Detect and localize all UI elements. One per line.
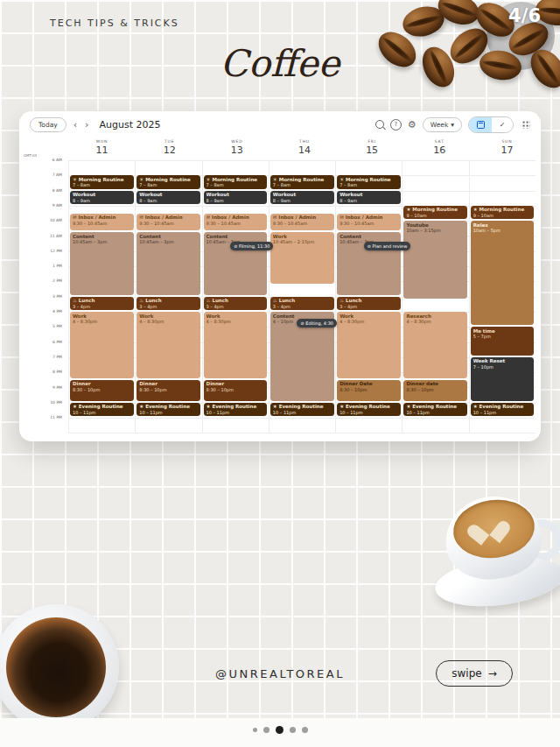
- calendar-event[interactable]: ✉ Inbox / Admin9:30 – 10:45am: [136, 214, 200, 231]
- week-grid: ☀ Morning Routine7 – 8amWorkout8 – 9am✉ …: [68, 160, 536, 433]
- event-title: ♨ Lunch: [273, 298, 332, 304]
- calendar-event[interactable]: ✉ Inbox / Admin9:30 – 10:45am: [204, 214, 268, 231]
- calendar-event[interactable]: ★ Evening Routine10 – 11pm: [70, 403, 134, 416]
- apps-grid-icon[interactable]: [522, 120, 530, 129]
- task-chip[interactable]: ⊘ Filming, 11:30: [230, 242, 273, 250]
- day-column[interactable]: ☀ Morning Routine7 – 8amWorkout8 – 9am✉ …: [202, 160, 269, 433]
- calendar-event[interactable]: ★ Evening Routine10 – 11pm: [204, 403, 268, 416]
- calendar-event[interactable]: Workout8 – 9am: [136, 191, 200, 204]
- calendar-event[interactable]: Work4 – 8:30pm: [337, 312, 401, 378]
- event-time: 9:30 – 10:45am: [340, 221, 398, 226]
- calendar-event[interactable]: Relax10am – 5pm: [471, 221, 535, 325]
- view-selector[interactable]: Week ▾: [423, 117, 462, 132]
- calendar-event[interactable]: ♨ Lunch3 – 4pm: [270, 297, 334, 310]
- day-column[interactable]: ☀ Morning Routine7 – 8amWorkout8 – 9am✉ …: [269, 160, 335, 433]
- carousel-dot[interactable]: [276, 726, 284, 734]
- event-title: ✉ Inbox / Admin: [139, 215, 198, 221]
- calendar-event[interactable]: Work4 – 8:30pm: [136, 312, 200, 378]
- calendar-event[interactable]: Dinner8:30 – 10pm: [204, 380, 268, 401]
- prev-week-button[interactable]: ‹: [73, 120, 78, 130]
- calendar-event[interactable]: Week Reset7 – 10pm: [471, 357, 535, 401]
- calendar-event[interactable]: ☀ Morning Routine7 – 8am: [337, 175, 401, 188]
- calendar-event[interactable]: Dinner8:30 – 10pm: [136, 380, 200, 401]
- day-header[interactable]: SAT16: [406, 137, 473, 160]
- calendar-event[interactable]: Content10:45am – 3pm: [70, 232, 134, 295]
- timezone-label: GMT-04: [24, 153, 37, 158]
- hour-label: 7 AM: [52, 173, 62, 177]
- day-column[interactable]: ☀ Morning Routine7 – 8amWorkout8 – 9am✉ …: [68, 160, 135, 433]
- calendar-event[interactable]: Youtube10am – 3:15pm: [403, 221, 467, 299]
- calendar-event[interactable]: ★ Evening Routine10 – 11pm: [136, 403, 200, 416]
- day-column[interactable]: ★ Morning Routine9 – 10amRelax10am – 5pm…: [469, 160, 536, 433]
- calendar-event[interactable]: Dinner Date8:30 – 10pm: [337, 380, 401, 401]
- day-column[interactable]: ☀ Morning Routine7 – 8amWorkout8 – 9am✉ …: [135, 160, 201, 433]
- event-title: ★ Morning Routine: [406, 207, 465, 213]
- carousel-dot[interactable]: [290, 727, 296, 733]
- carousel-dot[interactable]: [263, 727, 270, 733]
- calendar-event[interactable]: Dinner date8:30 – 10pm: [403, 380, 467, 401]
- hour-label: 11 PM: [50, 415, 62, 419]
- day-column[interactable]: ☀ Morning Routine7 – 8amWorkout8 – 9am✉ …: [335, 160, 402, 433]
- calendar-event[interactable]: ♨ Lunch3 – 4pm: [204, 297, 268, 310]
- day-header[interactable]: TUE12: [136, 137, 203, 160]
- calendar-event[interactable]: Workout8 – 9am: [204, 191, 268, 204]
- carousel-dot[interactable]: [253, 728, 257, 732]
- calendar-event[interactable]: Workout8 – 9am: [270, 191, 334, 204]
- calendar-event[interactable]: ★ Morning Routine9 – 10am: [471, 206, 535, 219]
- search-icon[interactable]: [375, 120, 384, 129]
- event-time: 4 – 8:30pm: [340, 319, 398, 324]
- event-title: Work: [73, 314, 131, 320]
- event-time: 7 – 8am: [206, 182, 265, 187]
- calendar-event[interactable]: Workout8 – 9am: [70, 191, 134, 204]
- day-header-row: MON11TUE12WED13THU14FRI15SAT16SUN17: [68, 137, 541, 160]
- calendar-event[interactable]: ☀ Morning Routine7 – 8am: [270, 175, 334, 188]
- day-header[interactable]: FRI15: [339, 137, 406, 160]
- day-column[interactable]: ★ Morning Routine9 – 10amYoutube10am – 3…: [402, 160, 468, 433]
- event-time: 4 – 8:30pm: [139, 319, 198, 324]
- calendar-event[interactable]: Content10:45am – 3pm: [136, 232, 200, 295]
- calendar-event[interactable]: ★ Evening Routine10 – 11pm: [270, 403, 334, 416]
- task-chip[interactable]: ⊘ Plan and review: [364, 242, 411, 250]
- calendar-event[interactable]: ★ Evening Routine10 – 11pm: [403, 403, 467, 416]
- calendar-event[interactable]: ☀ Morning Routine7 – 8am: [136, 175, 200, 188]
- day-name: THU: [270, 139, 338, 144]
- calendar-view-icon[interactable]: [469, 117, 492, 132]
- calendar-event[interactable]: Workout8 – 9am: [337, 191, 401, 204]
- calendar-event[interactable]: Work10:45am – 2:15pm: [270, 232, 334, 284]
- calendar-event[interactable]: Dinner8:30 – 10pm: [70, 380, 134, 401]
- calendar-event[interactable]: ★ Evening Routine10 – 11pm: [337, 403, 401, 416]
- calendar-event[interactable]: ✉ Inbox / Admin9:30 – 10:45am: [70, 214, 134, 231]
- day-header[interactable]: WED13: [203, 137, 270, 160]
- calendar-event[interactable]: ☀ Morning Routine7 – 8am: [204, 175, 268, 188]
- calendar-event[interactable]: Me time5 – 7pm: [471, 327, 535, 356]
- calendar-event[interactable]: ♨ Lunch3 – 4pm: [136, 297, 200, 310]
- event-title: Work: [273, 234, 332, 240]
- day-number: 11: [68, 144, 136, 156]
- calendar-event[interactable]: Work4 – 8:30pm: [204, 312, 268, 378]
- hour-label: 9 AM: [52, 203, 62, 208]
- day-header[interactable]: MON11: [68, 137, 136, 160]
- day-header[interactable]: THU14: [270, 137, 338, 160]
- day-name: WED: [203, 139, 270, 144]
- today-button[interactable]: Today: [30, 117, 66, 132]
- task-chip[interactable]: ⊘ Editing, 4:30: [297, 319, 337, 328]
- next-week-button[interactable]: ›: [84, 120, 89, 130]
- calendar-event[interactable]: ♨ Lunch3 – 4pm: [70, 297, 134, 310]
- calendar-event[interactable]: Research4 – 8:30pm: [403, 312, 467, 378]
- carousel-dot[interactable]: [302, 727, 308, 733]
- swipe-button[interactable]: swipe →: [436, 660, 513, 687]
- view-label: Week: [430, 121, 449, 129]
- calendar-event[interactable]: ☀ Morning Routine7 – 8am: [70, 175, 134, 188]
- day-header[interactable]: SUN17: [473, 137, 541, 160]
- event-title: ★ Evening Routine: [273, 404, 332, 410]
- settings-gear-icon[interactable]: ⚙: [408, 120, 416, 130]
- calendar-event[interactable]: ★ Morning Routine9 – 10am: [403, 206, 467, 219]
- help-icon[interactable]: ?: [390, 119, 402, 130]
- calendar-event[interactable]: ✉ Inbox / Admin9:30 – 10:45am: [337, 214, 401, 231]
- calendar-event[interactable]: ✉ Inbox / Admin9:30 – 10:45am: [270, 214, 334, 231]
- tasks-view-icon[interactable]: ✓: [492, 117, 513, 132]
- day-number: 17: [473, 144, 541, 156]
- calendar-event[interactable]: ★ Evening Routine10 – 11pm: [471, 403, 535, 416]
- calendar-event[interactable]: ♨ Lunch3 – 4pm: [337, 297, 401, 310]
- calendar-event[interactable]: Work4 – 8:30pm: [70, 312, 134, 378]
